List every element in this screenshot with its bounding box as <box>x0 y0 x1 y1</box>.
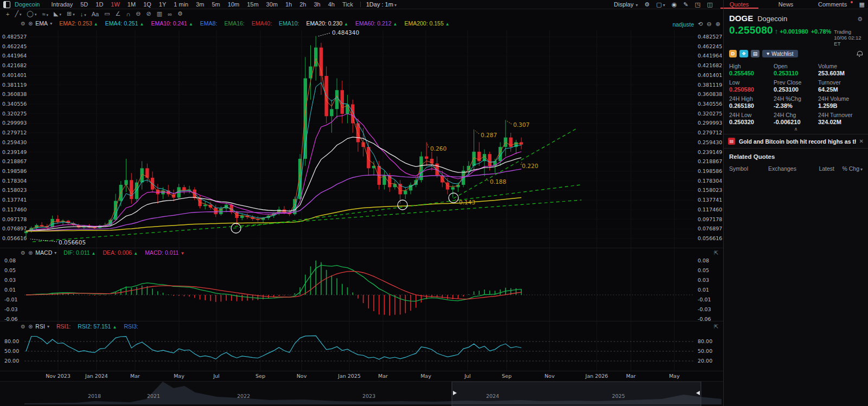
panel-divider[interactable] <box>0 248 723 248</box>
delete-drawings-icon[interactable]: ▥ <box>157 10 162 17</box>
indicator-name[interactable]: EMA <box>35 20 48 27</box>
svg-text:-0.01: -0.01 <box>698 297 711 302</box>
rsi-expand-icon[interactable]: ⇱ <box>714 324 718 330</box>
indicator-close-icon[interactable]: ⊗ <box>28 324 33 330</box>
timeframe-5m[interactable]: 5m <box>212 1 220 8</box>
svg-text:0.01: 0.01 <box>4 287 16 293</box>
timeframe-1w[interactable]: 1W <box>111 1 120 8</box>
tab-comments[interactable]: Comments <box>809 0 856 9</box>
timeframe-1m[interactable]: 1M <box>127 1 136 8</box>
zoom-in-icon[interactable]: ⊕ <box>716 21 720 28</box>
related-quotes-header: Symbol Exchanges Latest % Chg▾ <box>729 165 863 172</box>
reset-zoom-icon[interactable]: ⟲ <box>698 21 703 28</box>
quote-settings-icon[interactable]: ⚙ <box>857 16 863 23</box>
indicator-settings-icon[interactable]: ⚙ <box>21 324 25 330</box>
mirror-icon[interactable]: ∞ <box>168 11 172 17</box>
svg-text:Jan 2025: Jan 2025 <box>337 373 361 379</box>
rsi1-label: RSI1: <box>56 323 71 330</box>
price-up-arrow-icon: ↑ <box>775 27 778 35</box>
sidebar-toggle-icon[interactable]: ◫ <box>707 1 712 8</box>
col-symbol[interactable]: Symbol <box>729 165 768 172</box>
indicator-settings-icon[interactable]: ⚙ <box>21 21 25 27</box>
position-tool-icon[interactable]: ⊞▾ <box>67 10 75 17</box>
timeframe-4h[interactable]: 4h <box>328 1 335 8</box>
magnet-tool-icon[interactable]: ∩ <box>126 11 130 17</box>
indicator-name[interactable]: MACD <box>35 249 52 256</box>
apps-grid-icon[interactable]: ▦ <box>859 1 865 8</box>
watchlist-button[interactable]: ♥Watchlist <box>762 50 798 57</box>
tab-news[interactable]: News <box>763 0 809 9</box>
timeframe-5d[interactable]: 5D <box>80 1 88 8</box>
draw-settings-icon[interactable]: ⚙ <box>177 10 183 17</box>
svg-text:0.259430: 0.259430 <box>2 139 27 145</box>
indicator-name[interactable]: RSI <box>35 323 45 330</box>
derivative-badge[interactable]: D <box>729 50 737 57</box>
panel-divider[interactable] <box>0 321 723 321</box>
indicator-close-icon[interactable]: ⊗ <box>28 250 33 256</box>
arrow-tool-icon[interactable]: ↓▾ <box>80 11 86 17</box>
up-arrow-icon: ▲ <box>133 251 138 256</box>
trendline-tool-icon[interactable]: ╱▾ <box>15 10 21 17</box>
timeframe-1h[interactable]: 1h <box>285 1 292 8</box>
timeframe-1q[interactable]: 1Q <box>143 1 151 8</box>
svg-text:0.056605: 0.056605 <box>59 239 86 246</box>
col-latest[interactable]: Latest <box>806 165 834 172</box>
timeframe-1d[interactable]: 1D <box>95 1 103 8</box>
svg-text:0.01: 0.01 <box>698 287 709 293</box>
display-menu-button[interactable]: Display▾ <box>614 1 638 8</box>
timeframe-3h[interactable]: 3h <box>314 1 320 8</box>
continuous-draw-icon[interactable]: ⊖ <box>136 10 141 17</box>
zoom-out-icon[interactable]: ⊖ <box>707 21 712 28</box>
news-close-icon[interactable]: ✕ <box>856 138 864 144</box>
indicator-close-icon[interactable]: ⊗ <box>28 21 33 27</box>
chart-symbol-name[interactable]: Dogecoin <box>15 1 40 8</box>
down-arrow-icon: ▼ <box>180 251 184 256</box>
timeframe-1y[interactable]: 1Y <box>159 1 166 8</box>
wave-tool-icon[interactable]: ≈▾ <box>42 11 48 17</box>
timeframe-1min[interactable]: 1 min <box>174 1 188 8</box>
gann-tool-icon[interactable]: ◣▾ <box>54 10 61 17</box>
collapse-stats-chevron[interactable]: ∧ <box>724 126 868 133</box>
interval-selector[interactable]: 1Day : 1m▾ <box>366 1 397 8</box>
news-ticker[interactable]: ▤ Gold and Bitcoin both hit record highs… <box>724 134 868 149</box>
svg-text:0.076897: 0.076897 <box>2 225 27 231</box>
move-tool-icon[interactable]: + <box>6 11 9 17</box>
hide-drawings-icon[interactable]: ⊘ <box>146 10 151 17</box>
adjust-mode-label[interactable]: nadjuste <box>673 21 694 28</box>
col-exchanges[interactable]: Exchanges <box>768 165 806 172</box>
up-arrow-icon: ▲ <box>393 22 397 27</box>
fullscreen-icon[interactable]: ◳ <box>695 1 700 8</box>
chart-settings-icon[interactable]: ⚙ <box>644 1 650 8</box>
panel-divider-vertical[interactable] <box>723 0 724 406</box>
timeframe-15m[interactable]: 15m <box>247 1 258 8</box>
news-headline[interactable]: Gold and Bitcoin both hit record highs a… <box>739 138 856 145</box>
screenshot-icon[interactable]: ◉ <box>672 1 677 8</box>
timeframe-10m[interactable]: 10m <box>228 1 239 8</box>
timeframe-30m[interactable]: 30m <box>266 1 278 8</box>
price-alert-bell-icon[interactable] <box>857 51 863 57</box>
timeframe-2h[interactable]: 2h <box>299 1 306 8</box>
draw-mode-icon[interactable]: ✎ <box>684 1 688 8</box>
timeframe-intraday[interactable]: Intraday <box>51 1 73 8</box>
price-tag-badge[interactable]: ❖ <box>739 50 748 57</box>
svg-text:0.320275: 0.320275 <box>698 111 722 117</box>
timeframe-3m[interactable]: 3m <box>196 1 204 8</box>
svg-text:0.401401: 0.401401 <box>2 72 27 78</box>
text-tool-icon[interactable]: Aa <box>92 11 99 17</box>
angle-tool-icon[interactable]: ∠ <box>116 10 121 17</box>
svg-text:20.00: 20.00 <box>4 358 19 364</box>
comment-tool-icon[interactable]: ▭ <box>104 10 110 17</box>
svg-text:0.220: 0.220 <box>522 163 538 169</box>
ema-legend-item: EMA16: <box>224 20 244 27</box>
svg-text:0.462245: 0.462245 <box>2 43 27 49</box>
top-toolbar: Dogecoin Intraday5D1D1W1M1Q1Y1 min3m5m10… <box>0 0 868 9</box>
layout-select-icon[interactable]: ▢▾ <box>656 1 665 8</box>
shape-tool-icon[interactable]: ◯▾ <box>27 10 37 17</box>
timeframe-tick[interactable]: Tick <box>342 1 353 8</box>
window-layout-icon[interactable] <box>3 1 10 8</box>
up-arrow-icon: ▲ <box>112 325 117 330</box>
macd-expand-icon[interactable]: ⇱ <box>714 250 718 256</box>
note-badge[interactable]: ▤ <box>751 50 760 57</box>
indicator-settings-icon[interactable]: ⚙ <box>21 250 25 256</box>
col-pct-chg[interactable]: % Chg▾ <box>834 165 863 172</box>
